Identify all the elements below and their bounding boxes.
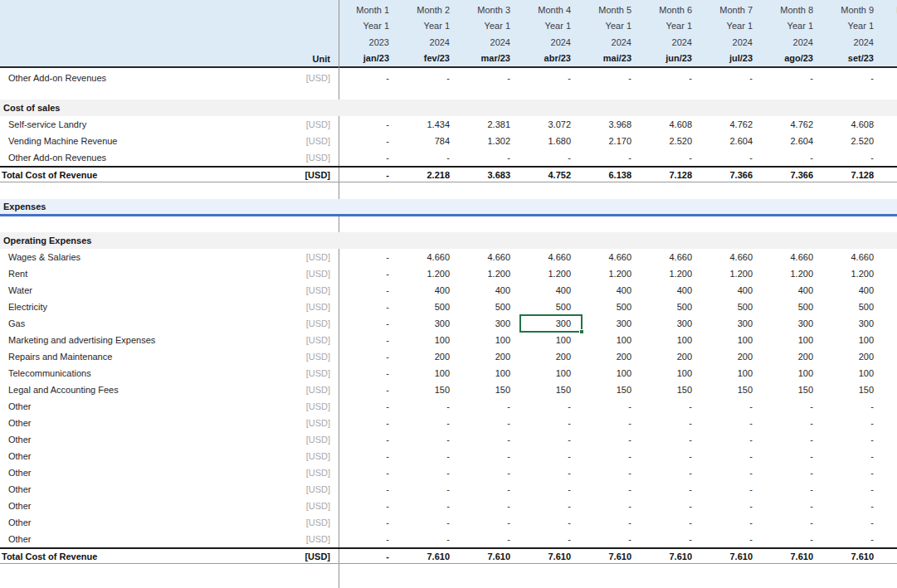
selected-cell[interactable]: 300 xyxy=(520,318,581,328)
value-cell[interactable]: 2.604 xyxy=(702,136,763,146)
value-cell[interactable]: 300 xyxy=(399,318,460,328)
value-cell[interactable]: 100 xyxy=(823,335,884,345)
month-column-header[interactable]: Month 2Year 12024fev/23 xyxy=(399,0,460,66)
value-cell[interactable]: 4.660 xyxy=(460,252,520,262)
value-cell[interactable]: 300 xyxy=(702,318,763,328)
value-cell[interactable]: 300 xyxy=(460,318,520,328)
row-label[interactable]: Other xyxy=(0,435,282,445)
value-cell[interactable]: - xyxy=(399,451,460,461)
value-cell[interactable]: 3.968 xyxy=(581,119,641,129)
value-cell[interactable]: - xyxy=(581,451,641,461)
unit-cell[interactable]: [USD] xyxy=(282,518,339,527)
value-cell[interactable]: - xyxy=(641,501,702,511)
value-cell[interactable]: - xyxy=(641,518,702,527)
month-column-header[interactable]: Month 9Year 12024set/23 xyxy=(823,0,884,66)
value-cell[interactable]: - xyxy=(581,518,641,527)
row-label[interactable]: Rent xyxy=(0,269,282,279)
row-label[interactable]: Vending Machine Revenue xyxy=(0,136,282,146)
value-cell[interactable]: - xyxy=(460,153,520,163)
value-cell[interactable]: - xyxy=(702,534,763,544)
value-cell[interactable]: 300 xyxy=(763,318,823,328)
value-cell[interactable]: 100 xyxy=(520,335,581,345)
value-cell[interactable]: 1.200 xyxy=(702,269,763,279)
row-label[interactable]: Electricity xyxy=(0,302,282,312)
value-cell[interactable]: - xyxy=(460,484,520,494)
unit-cell[interactable]: [USD] xyxy=(282,501,339,511)
value-cell[interactable]: - xyxy=(339,401,399,411)
value-cell[interactable]: - xyxy=(339,170,399,180)
month-column-header[interactable]: Month 10 xyxy=(884,0,897,66)
value-cell[interactable]: 1.200 xyxy=(520,269,581,279)
value-cell[interactable]: 2.170 xyxy=(581,136,641,146)
value-cell[interactable]: - xyxy=(823,73,884,83)
row-label[interactable]: Other xyxy=(0,518,282,527)
month-column-header[interactable]: Month 3Year 12024mar/23 xyxy=(460,0,520,66)
value-cell[interactable]: - xyxy=(823,468,884,478)
fill-handle[interactable] xyxy=(579,329,584,334)
value-cell[interactable]: 6.138 xyxy=(581,170,641,180)
value-cell[interactable]: 4.608 xyxy=(823,119,884,129)
value-cell[interactable]: - xyxy=(641,451,702,461)
value-cell[interactable]: - xyxy=(763,418,823,428)
value-cell[interactable]: - xyxy=(702,73,763,83)
value-cell[interactable]: - xyxy=(520,153,581,163)
unit-cell[interactable]: [USD] xyxy=(282,552,339,561)
value-cell[interactable]: 7.610 xyxy=(460,552,520,561)
value-cell[interactable]: - xyxy=(702,484,763,494)
value-cell[interactable]: - xyxy=(702,518,763,527)
value-cell[interactable]: 200 xyxy=(641,352,702,362)
value-cell[interactable]: - xyxy=(520,73,581,83)
value-cell[interactable]: - xyxy=(581,435,641,445)
value-cell[interactable]: - xyxy=(823,418,884,428)
value-cell[interactable]: - xyxy=(520,518,581,527)
value-cell[interactable]: - xyxy=(763,484,823,494)
value-cell[interactable]: 400 xyxy=(581,285,641,295)
value-cell[interactable]: 150 xyxy=(763,385,823,395)
month-column-header[interactable]: Month 4Year 12024abr/23 xyxy=(520,0,581,66)
value-cell[interactable]: 1.200 xyxy=(641,269,702,279)
value-cell[interactable]: 4.762 xyxy=(702,119,763,129)
value-cell[interactable]: 150 xyxy=(702,385,763,395)
row-label[interactable]: Other xyxy=(0,534,282,544)
value-cell[interactable]: 7.610 xyxy=(823,552,884,561)
value-cell[interactable]: 400 xyxy=(823,285,884,295)
value-cell[interactable]: 200 xyxy=(460,352,520,362)
value-cell[interactable]: - xyxy=(339,153,399,163)
value-cell[interactable]: - xyxy=(581,401,641,411)
value-cell[interactable]: 4.660 xyxy=(763,252,823,262)
value-cell[interactable]: 1.200 xyxy=(581,269,641,279)
value-cell[interactable]: 7.610 xyxy=(763,552,823,561)
value-cell[interactable]: - xyxy=(581,534,641,544)
row-label[interactable]: Cost of sales xyxy=(0,103,897,113)
value-cell[interactable]: - xyxy=(460,518,520,527)
value-cell[interactable]: - xyxy=(520,418,581,428)
value-cell[interactable]: - xyxy=(460,418,520,428)
value-cell[interactable]: - xyxy=(520,451,581,461)
unit-cell[interactable]: [USD] xyxy=(282,352,339,362)
value-cell[interactable]: - xyxy=(520,534,581,544)
value-cell[interactable]: 200 xyxy=(581,352,641,362)
value-cell[interactable]: - xyxy=(763,73,823,83)
row-label[interactable]: Repairs and Maintenance xyxy=(0,352,282,362)
value-cell[interactable]: - xyxy=(339,451,399,461)
value-cell[interactable]: - xyxy=(641,73,702,83)
value-cell[interactable]: - xyxy=(823,484,884,494)
value-cell[interactable]: - xyxy=(520,484,581,494)
value-cell[interactable]: 300 xyxy=(641,318,702,328)
unit-cell[interactable]: [USD] xyxy=(282,451,339,461)
value-cell[interactable]: - xyxy=(581,73,641,83)
unit-cell[interactable]: [USD] xyxy=(282,468,339,478)
value-cell[interactable]: - xyxy=(399,401,460,411)
value-cell[interactable]: - xyxy=(641,468,702,478)
value-cell[interactable]: - xyxy=(460,534,520,544)
value-cell[interactable]: - xyxy=(823,534,884,544)
value-cell[interactable]: 500 xyxy=(399,302,460,312)
value-cell[interactable]: - xyxy=(399,468,460,478)
value-cell[interactable]: 4.660 xyxy=(520,252,581,262)
value-cell[interactable]: - xyxy=(339,552,399,561)
value-cell[interactable]: - xyxy=(823,518,884,527)
unit-cell[interactable]: [USD] xyxy=(282,252,339,262)
value-cell[interactable]: - xyxy=(339,252,399,262)
value-cell[interactable]: 4.660 xyxy=(399,252,460,262)
unit-cell[interactable]: [USD] xyxy=(282,318,339,328)
